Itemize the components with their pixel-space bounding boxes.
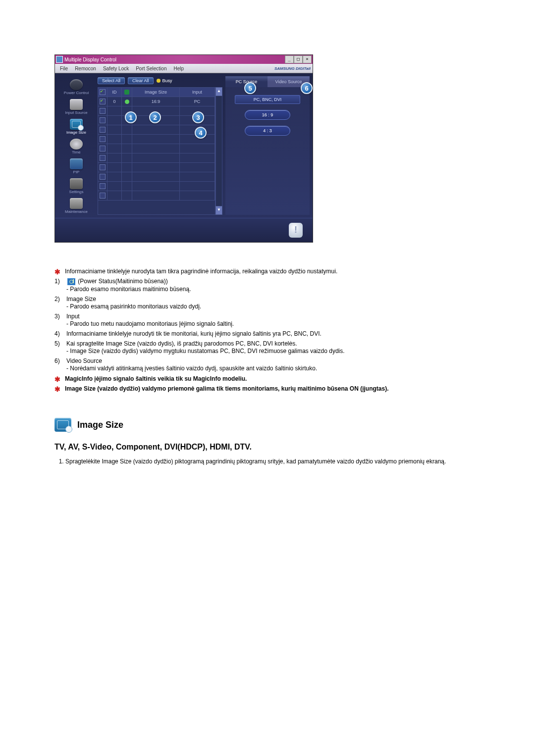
row-image-size	[132, 144, 180, 153]
row-status	[122, 191, 132, 200]
window-minimize-button[interactable]: _	[285, 55, 294, 63]
item-number: 4)	[54, 330, 63, 337]
ratio-16-9-button[interactable]: 16 : 9	[245, 110, 290, 120]
row-status	[122, 153, 132, 162]
menu-port-selection[interactable]: Port Selection	[133, 65, 169, 72]
center-panel: Select All Clear All Busy ID	[98, 76, 222, 215]
scroll-down-button[interactable]: ▼	[215, 206, 222, 215]
table-row[interactable]	[98, 163, 215, 172]
row-id	[107, 125, 122, 134]
row-image-size	[132, 125, 180, 134]
sidebar-item-time[interactable]: Time	[58, 136, 95, 155]
checkbox-icon	[100, 183, 106, 189]
window-close-button[interactable]: ×	[303, 55, 312, 63]
row-id	[107, 191, 122, 200]
item-title: Input	[66, 313, 481, 320]
brand-label: SAMSUNG DIGITall	[274, 66, 311, 71]
ratio-4-3-button[interactable]: 4 : 3	[245, 126, 290, 136]
row-checkbox[interactable]	[98, 191, 107, 200]
row-checkbox[interactable]	[98, 144, 107, 153]
row-checkbox[interactable]	[98, 153, 107, 162]
app-window: Multiple Display Control _ □ × File Remo…	[54, 54, 313, 243]
sidebar-item-settings[interactable]: Settings	[58, 175, 95, 195]
window-title: Multiple Display Control	[64, 57, 116, 62]
item-title: Kai spragtelite Image Size (vaizdo dydis…	[66, 340, 481, 347]
row-image-size	[132, 153, 180, 162]
table-row[interactable]	[98, 182, 215, 191]
list-item: 2)Image SizeParodo esamą pasirinkto moni…	[54, 296, 481, 310]
scroll-track[interactable]	[215, 96, 222, 206]
row-checkbox[interactable]	[98, 125, 107, 134]
select-all-button[interactable]: Select All	[98, 77, 125, 84]
row-checkbox[interactable]	[98, 106, 107, 115]
row-checkbox[interactable]	[98, 172, 107, 181]
item-number: 6)	[54, 357, 63, 364]
row-id	[107, 163, 122, 172]
item-sub: Parodo esamą pasirinkto monitoriaus vaiz…	[66, 303, 481, 310]
busy-dot-icon	[157, 79, 160, 83]
menu-safety-lock[interactable]: Safety Lock	[100, 65, 132, 72]
sidebar-item-image-size[interactable]: Image Size	[58, 116, 95, 136]
row-input: PC	[180, 97, 215, 106]
sidebar-item-pip[interactable]: PIP	[58, 155, 95, 175]
scroll-up-button[interactable]: ▲	[215, 87, 222, 96]
table-row[interactable]: 016:9PC	[98, 97, 215, 106]
grid-scrollbar[interactable]: ▲ ▼	[215, 87, 222, 215]
item-title: Image Size	[66, 296, 481, 302]
menu-help[interactable]: Help	[170, 65, 187, 72]
table-row[interactable]	[98, 191, 215, 201]
row-checkbox[interactable]	[98, 163, 107, 172]
note-1: MagicInfo įėjimo signalo šaltinis veikia…	[65, 375, 247, 383]
clear-all-button[interactable]: Clear All	[128, 77, 154, 84]
list-item: 1) (Power Status(Maitinimo būsena))Parod…	[54, 278, 481, 293]
item-title: (Power Status(Maitinimo būsena))	[66, 278, 481, 285]
checkbox-icon	[100, 99, 106, 104]
menu-file[interactable]: File	[57, 65, 71, 72]
grid-header-status	[122, 88, 132, 97]
sidebar-item-maintenance[interactable]: Maintenance	[58, 195, 95, 215]
asterisk-icon: ✱	[54, 376, 60, 383]
checkbox-icon	[100, 146, 106, 151]
row-checkbox[interactable]	[98, 97, 107, 106]
menubar: File Remocon Safety Lock Port Selection …	[55, 64, 313, 73]
sidebar-item-label: Image Size	[66, 130, 86, 135]
callout-3: 3	[192, 111, 204, 123]
mode-label: PC, BNC, DVI	[235, 95, 300, 104]
callout-5: 5	[244, 82, 256, 94]
power-icon	[70, 79, 83, 90]
table-row[interactable]	[98, 172, 215, 182]
row-id	[107, 135, 122, 144]
row-id	[107, 116, 122, 125]
checkbox-icon	[100, 136, 106, 142]
item-sub: Image Size (vaizdo dydis) valdymo mygtuk…	[66, 348, 481, 354]
app-icon	[56, 56, 63, 63]
sidebar-item-input-source[interactable]: Input Source	[58, 96, 95, 116]
menu-remocon[interactable]: Remocon	[72, 65, 99, 72]
row-status	[122, 125, 132, 134]
window-maximize-button[interactable]: □	[294, 55, 303, 63]
pip-icon	[70, 158, 83, 169]
list-item: 5)Kai spragtelite Image Size (vaizdo dyd…	[54, 340, 481, 354]
checkbox-icon	[100, 193, 106, 199]
item-number: 5)	[54, 340, 63, 347]
row-status	[122, 135, 132, 144]
busy-label: Busy	[162, 78, 172, 83]
display-grid: ID Image Size Input 016:9PC	[98, 87, 215, 215]
gear-icon	[70, 178, 83, 189]
checkbox-icon	[100, 108, 106, 114]
row-checkbox[interactable]	[98, 182, 107, 191]
row-image-size: 16:9	[132, 97, 180, 106]
row-status	[122, 182, 132, 191]
row-checkbox[interactable]	[98, 116, 107, 125]
input-source-icon	[70, 99, 83, 110]
right-panel: PC Source Video Source PC, BNC, DVI 16 :…	[225, 76, 310, 215]
intro-text: Informaciniame tinklelyje nurodyta tam t…	[65, 267, 337, 276]
table-row[interactable]	[98, 153, 215, 163]
sidebar-item-power-control[interactable]: Power Control	[58, 76, 95, 96]
grid-header-check[interactable]	[98, 88, 107, 97]
statusbar	[55, 218, 313, 242]
table-row[interactable]	[98, 144, 215, 153]
sidebar-item-label: Settings	[69, 190, 84, 194]
row-checkbox[interactable]	[98, 135, 107, 144]
sidebar-item-label: Power Control	[64, 91, 89, 95]
